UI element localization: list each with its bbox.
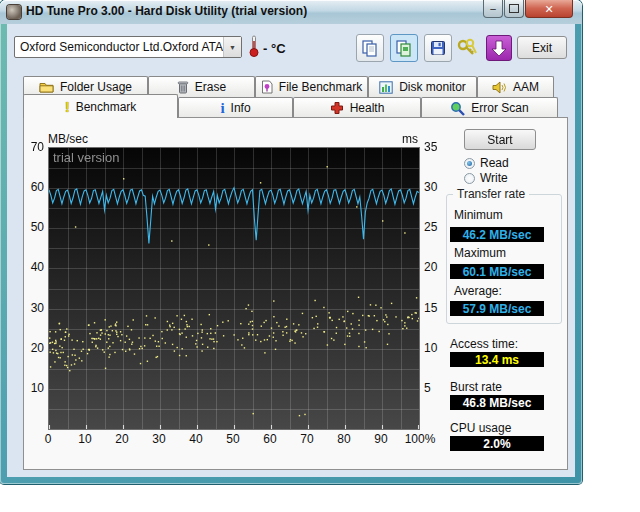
- close-button[interactable]: ✕: [525, 0, 573, 18]
- copy-text-button[interactable]: [356, 34, 384, 62]
- info-icon: i: [220, 100, 224, 117]
- copy-image-icon: [395, 39, 413, 57]
- y-right-tick: 30: [424, 180, 437, 194]
- title-bar: HD Tune Pro 3.00 - Hard Disk Utility (tr…: [0, 0, 582, 24]
- y-right-tick: 10: [424, 341, 437, 355]
- tab-benchmark[interactable]: ! Benchmark: [23, 94, 178, 118]
- trial-watermark: trial version: [53, 150, 119, 165]
- app-window: HD Tune Pro 3.00 - Hard Disk Utility (tr…: [0, 0, 582, 484]
- update-check-button[interactable]: [486, 35, 512, 61]
- y-right-tick: 35: [424, 140, 437, 154]
- tab-aam[interactable]: AAM: [477, 76, 554, 97]
- write-radio[interactable]: Write: [464, 171, 508, 185]
- exit-label: Exit: [532, 41, 552, 55]
- x-tick: 10: [70, 432, 100, 446]
- x-tick: 90: [366, 432, 396, 446]
- y-left-tick: 70: [18, 140, 44, 154]
- y-left-tick: 60: [18, 180, 44, 194]
- speaker-icon: [492, 81, 507, 94]
- save-button[interactable]: [424, 34, 452, 62]
- copy-icon: [361, 39, 379, 57]
- access-time-value: 13.4 ms: [450, 352, 544, 367]
- y-right-tick: 25: [424, 220, 437, 234]
- x-tick: 40: [181, 432, 211, 446]
- health-cross-icon: [330, 101, 344, 115]
- device-selector-value: Oxford Semiconductor Ltd.Oxford ATA De: [15, 40, 223, 54]
- y-left-tick: 40: [18, 260, 44, 274]
- radio-selected-icon: [464, 158, 475, 169]
- x-tick: 20: [107, 432, 137, 446]
- burst-rate-value: 46.8 MB/sec: [450, 395, 544, 410]
- tab-disk-monitor[interactable]: Disk monitor: [368, 76, 477, 97]
- x-tick: 100%: [400, 432, 440, 446]
- keys-icon: [457, 38, 479, 58]
- arrow-down-icon: [491, 40, 507, 57]
- access-time-label: Access time:: [450, 337, 518, 351]
- x-tick: 60: [255, 432, 285, 446]
- x-tick: 30: [144, 432, 174, 446]
- average-label: Average:: [454, 284, 502, 298]
- tab-health[interactable]: Health: [293, 97, 421, 118]
- trash-icon: [177, 80, 189, 94]
- minimum-label: Minimum: [454, 208, 503, 222]
- close-icon: ✕: [544, 4, 553, 14]
- y-left-tick: 20: [18, 341, 44, 355]
- folder-icon: [39, 81, 54, 93]
- chevron-down-icon: ▼: [223, 37, 241, 57]
- x-tick: 80: [329, 432, 359, 446]
- exclamation-icon: !: [65, 98, 70, 115]
- maximum-value: 60.1 MB/sec: [450, 264, 544, 279]
- transfer-rate-group-label: Transfer rate: [453, 187, 529, 201]
- y-right-tick: 15: [424, 301, 437, 315]
- cpu-usage-label: CPU usage: [450, 421, 511, 435]
- burst-rate-label: Burst rate: [450, 380, 502, 394]
- y-right-tick: 20: [424, 260, 437, 274]
- tab-error-scan[interactable]: Error Scan: [421, 97, 558, 118]
- options-button[interactable]: [454, 34, 482, 62]
- y-left-tick: 50: [18, 220, 44, 234]
- benchmark-chart: [48, 147, 420, 430]
- read-radio[interactable]: Read: [464, 156, 509, 170]
- start-button[interactable]: Start: [464, 129, 536, 150]
- x-tick: 70: [292, 432, 322, 446]
- y-right-axis-title: ms: [390, 132, 418, 146]
- device-selector[interactable]: Oxford Semiconductor Ltd.Oxford ATA De ▼: [14, 36, 242, 58]
- save-icon: [429, 39, 447, 57]
- temperature-label: - °C: [263, 41, 286, 56]
- x-tick: 0: [33, 432, 63, 446]
- exit-button[interactable]: Exit: [517, 36, 567, 59]
- minimize-icon: –: [490, 4, 496, 14]
- tab-info[interactable]: i Info: [178, 97, 293, 118]
- y-right-tick: 5: [424, 381, 431, 395]
- maximum-label: Maximum: [454, 246, 506, 260]
- file-benchmark-icon: [261, 80, 273, 94]
- minimum-value: 46.2 MB/sec: [450, 227, 544, 242]
- disk-monitor-icon: [379, 81, 393, 94]
- y-left-tick: 10: [18, 381, 44, 395]
- cpu-usage-value: 2.0%: [450, 436, 544, 451]
- maximize-icon: [509, 4, 519, 13]
- copy-image-button[interactable]: [390, 34, 418, 62]
- x-tick: 50: [218, 432, 248, 446]
- maximize-button[interactable]: [504, 0, 524, 18]
- average-value: 57.9 MB/sec: [450, 301, 544, 316]
- app-icon: [7, 5, 21, 19]
- thermometer-icon: [248, 34, 260, 58]
- magnifier-icon: [450, 101, 465, 116]
- y-left-tick: 30: [18, 301, 44, 315]
- radio-unselected-icon: [464, 173, 475, 184]
- y-left-axis-title: MB/sec: [48, 132, 88, 146]
- window-title: HD Tune Pro 3.00 - Hard Disk Utility (tr…: [26, 4, 307, 18]
- tab-file-benchmark[interactable]: File Benchmark: [255, 76, 368, 97]
- minimize-button[interactable]: –: [483, 0, 503, 18]
